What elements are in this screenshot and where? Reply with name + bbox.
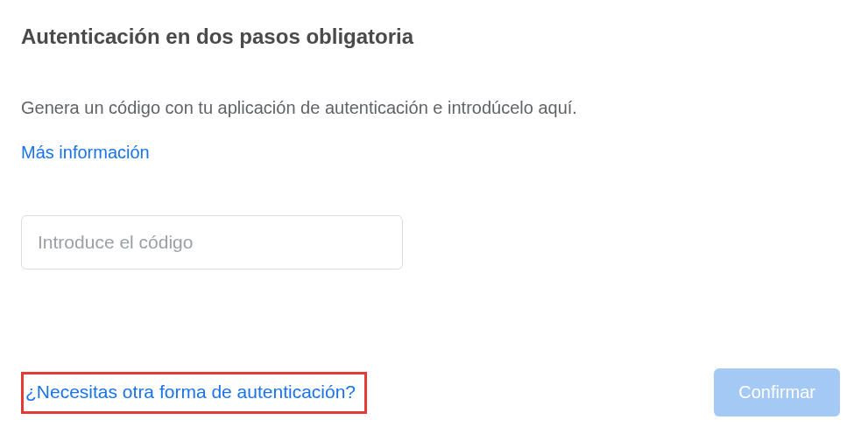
alt-auth-link[interactable]: ¿Necesitas otra forma de autenticación? — [25, 382, 356, 402]
dialog-title: Autenticación en dos pasos obligatoria — [21, 24, 847, 49]
alt-auth-highlight: ¿Necesitas otra forma de autenticación? — [21, 372, 367, 414]
more-info-link[interactable]: Más información — [21, 143, 150, 162]
dialog-description: Genera un código con tu aplicación de au… — [21, 98, 847, 118]
two-step-auth-dialog: Autenticación en dos pasos obligatoria G… — [21, 24, 847, 416]
more-info-link-wrap: Más información — [21, 143, 847, 163]
confirm-button[interactable]: Confirmar — [714, 368, 840, 416]
code-input[interactable] — [21, 215, 403, 270]
dialog-footer: ¿Necesitas otra forma de autenticación? … — [21, 368, 847, 416]
